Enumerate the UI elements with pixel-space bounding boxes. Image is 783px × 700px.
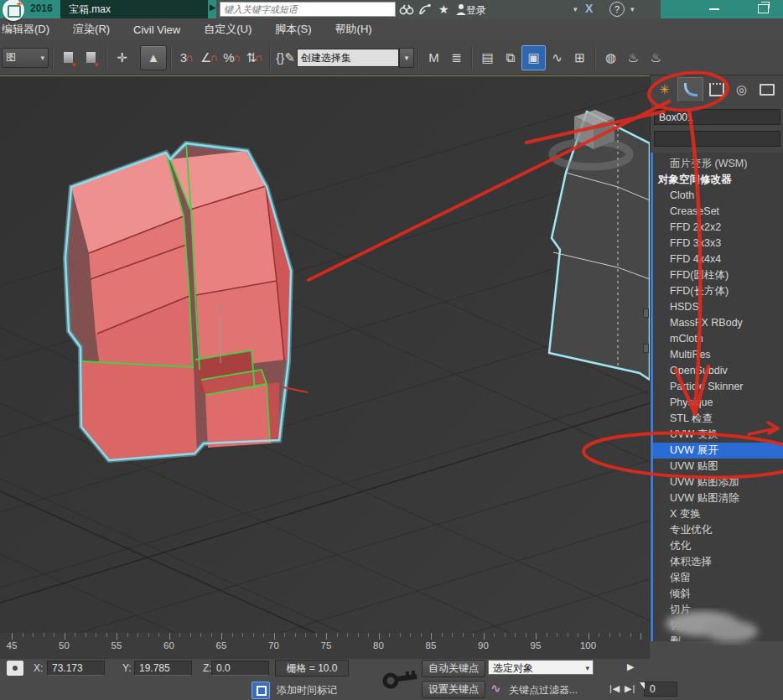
render-production-button[interactable]: ♨: [645, 46, 667, 70]
go-to-start-button[interactable]: |◀: [609, 683, 620, 694]
search-binoculars-icon[interactable]: [399, 2, 414, 17]
sign-in-person-icon[interactable]: [455, 2, 467, 17]
align-button[interactable]: ≣: [445, 46, 468, 70]
z-coordinate-field[interactable]: 0.0: [211, 661, 269, 676]
modifier-item[interactable]: FFD 3x3x3: [653, 236, 783, 251]
menu-customize[interactable]: 自定义(U): [204, 22, 251, 37]
x-coordinate-field[interactable]: 73.173: [47, 661, 105, 676]
modifier-item[interactable]: Particle Skinner: [653, 379, 783, 395]
second-box-object[interactable]: [549, 111, 650, 380]
modifier-item[interactable]: FFD(圆柱体): [653, 267, 783, 283]
mirror-button[interactable]: M: [423, 46, 445, 70]
modifier-item[interactable]: FFD 2x2x2: [653, 220, 783, 236]
sign-in-label[interactable]: 登录: [466, 3, 486, 18]
timeline-ruler[interactable]: 4550556065707580859095100: [0, 633, 650, 660]
modifier-item[interactable]: 保留: [653, 570, 783, 586]
edit-named-selection-sets-button[interactable]: {}✎: [274, 46, 297, 70]
y-coordinate-field[interactable]: 19.785: [134, 661, 192, 676]
percent-snap-button[interactable]: %∩: [220, 46, 243, 70]
modifier-item[interactable]: X 变换: [653, 506, 783, 522]
modifier-item[interactable]: FFD 4x4x4: [653, 251, 783, 267]
modifier-item[interactable]: 优化: [653, 538, 783, 554]
modifier-item[interactable]: 倾斜: [653, 586, 783, 602]
render-setup-button[interactable]: ◍: [599, 46, 622, 70]
menu-rendering[interactable]: 渲染(R): [73, 22, 110, 37]
named-selection-set-field[interactable]: 创建选择集: [297, 49, 399, 67]
help-caret-icon[interactable]: ▾: [630, 2, 635, 17]
modifier-item[interactable]: UVW 贴图: [653, 459, 783, 474]
menu-graph-editors[interactable]: 编辑器(D): [2, 22, 49, 37]
search-input[interactable]: [220, 2, 396, 17]
layer-manager-button[interactable]: ▤: [476, 46, 499, 70]
curve-editor-button[interactable]: ∿: [546, 46, 568, 70]
restore-button[interactable]: [746, 0, 780, 18]
modifier-item[interactable]: 删: [653, 634, 783, 641]
graphite-ribbon-button[interactable]: ⧉: [499, 46, 521, 70]
menu-scripting[interactable]: 脚本(S): [275, 22, 311, 37]
rendered-frame-window-button[interactable]: ♨: [622, 46, 645, 70]
modifier-item[interactable]: OpenSubdiv: [653, 363, 783, 379]
modifier-item[interactable]: MultiRes: [653, 347, 783, 363]
snaps-toggle-3d-button[interactable]: 3∩: [175, 46, 198, 70]
modifier-item[interactable]: 体积选择: [653, 554, 783, 570]
app-badge-icon[interactable]: +: [3, 0, 24, 21]
auto-key-button[interactable]: 自动关键点: [422, 660, 485, 677]
current-frame-field[interactable]: 0: [644, 682, 677, 697]
modifier-item[interactable]: Cloth: [653, 188, 783, 204]
modifier-item[interactable]: 切片: [653, 602, 783, 618]
angle-snap-button[interactable]: ∠∩: [198, 46, 220, 70]
transform-gizmo-toggle-icon[interactable]: [7, 661, 23, 676]
key-filters-button[interactable]: 关键点过滤器...: [509, 683, 578, 697]
help-icon[interactable]: ?: [609, 2, 625, 17]
go-to-end-button[interactable]: ▶|: [625, 683, 635, 694]
search-flyout-arrow-icon[interactable]: ▶: [210, 3, 216, 12]
scene-explorer-button[interactable]: ▣: [521, 45, 546, 70]
modifier-item[interactable]: HSDS: [653, 299, 783, 315]
tab-modify[interactable]: [677, 77, 703, 102]
tab-hierarchy[interactable]: [704, 78, 729, 101]
chest-model[interactable]: [65, 143, 291, 460]
modifier-item[interactable]: UVW 贴图清除: [653, 490, 783, 506]
schematic-view-button[interactable]: ⊞: [568, 46, 591, 70]
modifier-item[interactable]: STL 检查: [653, 411, 783, 427]
modifier-item[interactable]: 专业优化: [653, 522, 783, 538]
perspective-viewport[interactable]: Z: [0, 75, 650, 633]
tab-create[interactable]: ✳: [652, 78, 677, 101]
modifier-item[interactable]: CreaseSet: [653, 204, 783, 220]
modifier-item[interactable]: UVW 变换: [653, 427, 783, 443]
menu-help[interactable]: 帮助(H): [335, 22, 372, 37]
key-filter-curve-icon[interactable]: ∿: [490, 681, 501, 696]
modifier-item[interactable]: UVW 展开: [653, 443, 783, 459]
modifier-item[interactable]: 对象空间修改器: [653, 172, 783, 188]
tab-display[interactable]: [754, 78, 779, 101]
modifier-item[interactable]: 切角: [653, 618, 783, 634]
modifier-item[interactable]: UVW 贴图添加: [653, 474, 783, 490]
selection-filter-dropdown[interactable]: 选定对象▾: [488, 660, 594, 675]
keyboard-override-marker-icon[interactable]: ▶: [627, 661, 634, 672]
communication-center-icon[interactable]: [418, 2, 432, 17]
favorites-star-icon[interactable]: ★: [438, 2, 449, 17]
object-name-field[interactable]: Box001: [654, 109, 780, 125]
panel-splitter-handle[interactable]: [643, 344, 649, 353]
menu-civil-view[interactable]: Civil View: [133, 23, 180, 36]
minimize-button[interactable]: [697, 0, 731, 18]
keyboard-shortcut-override-button[interactable]: ▲: [140, 45, 167, 70]
isolate-selection-toggle-icon[interactable]: [251, 682, 270, 699]
spinner-snap-button[interactable]: ⇅∩: [243, 46, 266, 70]
modifier-item[interactable]: FFD(长方体): [653, 283, 783, 299]
modifier-list-combo[interactable]: [654, 131, 780, 147]
select-and-manipulate-button[interactable]: ✛: [111, 46, 133, 70]
modifier-item[interactable]: Physique: [653, 395, 783, 411]
modifier-item[interactable]: MassFX RBody: [653, 315, 783, 331]
set-key-button[interactable]: 设置关键点: [422, 681, 485, 698]
modifier-item[interactable]: 面片变形 (WSM): [653, 156, 783, 172]
named-set-dropdown-button[interactable]: ▾: [399, 48, 414, 68]
tab-motion[interactable]: ◎: [729, 78, 754, 101]
use-selection-center-button[interactable]: ▼: [80, 46, 102, 70]
reference-coordinate-dropdown[interactable]: 图▾: [2, 48, 49, 68]
panel-splitter-handle[interactable]: [643, 309, 649, 318]
sign-in-caret-icon[interactable]: ▾: [573, 2, 578, 17]
modifier-item[interactable]: mCloth: [653, 331, 783, 347]
use-pivot-point-center-button[interactable]: ▼: [57, 46, 80, 70]
add-time-tag-label[interactable]: 添加时间标记: [277, 683, 337, 697]
